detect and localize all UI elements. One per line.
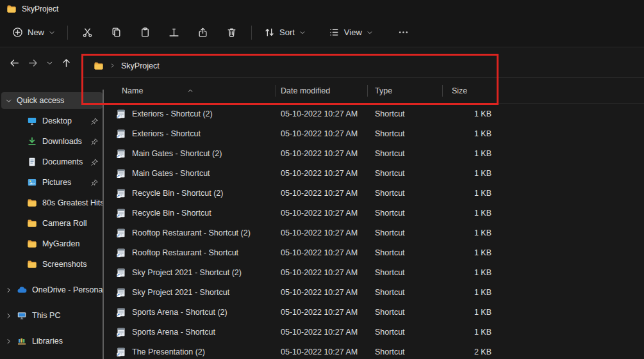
copy-icon [111,27,122,38]
recent-locations-button[interactable] [42,56,57,70]
sidebar-item-80s-greatest-hits[interactable]: 80s Greatest Hits [1,195,103,211]
table-row[interactable]: Sky Project 2021 - Shortcut (2) 05-10-20… [109,262,644,282]
view-button-label: View [344,28,362,37]
file-name: Sky Project 2021 - Shortcut (2) [132,268,242,277]
sidebar-item-label: Downloads [42,137,82,146]
address-bar[interactable]: SkyProject [83,54,644,78]
paste-button[interactable] [131,22,160,42]
column-divider[interactable] [367,85,368,97]
plus-circle-icon [12,27,23,38]
file-date-modified: 05-10-2022 10:27 AM [276,308,367,317]
column-header-label: Size [452,86,467,95]
chevron-down-icon [49,29,55,36]
file-type: Shortcut [367,209,442,218]
navigation-bar [0,47,83,78]
rename-button[interactable] [160,22,188,42]
table-row[interactable]: The Presentation (2) 05-10-2022 10:27 AM… [109,342,644,359]
rename-icon [169,27,179,38]
file-name: Recycle Bin - Shortcut (2) [132,189,223,198]
column-header-date-modified[interactable]: Date modified [276,86,367,95]
forward-button[interactable] [24,54,42,72]
ellipsis-icon [398,27,409,38]
table-row[interactable]: Recycle Bin - Shortcut 05-10-2022 10:27 … [109,203,644,223]
sidebar-item-label: Desktop [42,116,72,125]
shortcut-file-icon [116,347,126,357]
chevron-down-icon [299,29,306,36]
file-size: 1 KB [442,189,497,198]
file-date-modified: 05-10-2022 10:27 AM [276,228,367,237]
sidebar-item-mygarden[interactable]: MyGarden [1,235,103,252]
file-list: Name Date modified Type Size Exteriors -… [109,78,644,359]
file-type: Shortcut [367,129,442,138]
file-type: Shortcut [367,268,442,277]
sidebar-scrollbar[interactable] [103,90,104,359]
breadcrumb[interactable]: SkyProject [121,61,160,70]
shortcut-file-icon [116,208,126,218]
file-size: 1 KB [442,288,497,297]
file-type: Shortcut [367,169,442,178]
file-type: Shortcut [367,149,442,158]
table-row[interactable]: Sports Arena - Shortcut (2) 05-10-2022 1… [109,302,644,322]
file-date-modified: 05-10-2022 10:27 AM [276,169,367,178]
file-type: Shortcut [367,189,442,198]
view-button[interactable]: View [322,22,380,42]
pin-icon [90,117,99,125]
sort-button[interactable]: Sort [257,22,313,42]
desktop-icon [27,116,37,126]
file-explorer-window: SkyProject New Sort [0,0,644,359]
chevron-down-icon [46,60,53,67]
cut-button[interactable] [73,22,102,42]
sidebar-item-label: Camera Roll [42,219,87,228]
table-row[interactable]: Recycle Bin - Shortcut (2) 05-10-2022 10… [109,183,644,203]
toolbar-divider [67,26,68,40]
column-divider[interactable] [442,85,443,97]
table-row[interactable]: Exteriors - Shortcut 05-10-2022 10:27 AM… [109,124,644,143]
file-date-modified: 05-10-2022 10:27 AM [276,328,367,337]
file-name: Sky Project 2021 - Shortcut [132,288,229,297]
new-button[interactable]: New [5,22,62,42]
folder-icon [27,259,37,269]
sidebar-item-camera-roll[interactable]: Camera Roll [1,215,103,232]
sidebar-item-label: Screenshots [42,260,87,269]
sidebar-item-libraries[interactable]: Libraries [1,333,103,349]
back-button[interactable] [5,54,24,72]
table-row[interactable]: Exteriors - Shortcut (2) 05-10-2022 10:2… [109,104,644,124]
file-type: Shortcut [367,328,442,337]
sidebar-item-downloads[interactable]: Downloads [1,133,103,150]
sidebar-item-label: OneDrive - Personal [32,285,104,294]
sidebar-item-onedrive[interactable]: OneDrive - Personal [1,282,103,298]
table-row[interactable]: Rooftop Restaurant - Shortcut 05-10-2022… [109,243,644,262]
table-row[interactable]: Sports Arena - Shortcut 05-10-2022 10:27… [109,322,644,342]
sidebar-item-desktop[interactable]: Desktop [1,113,103,129]
up-button[interactable] [57,54,76,72]
sidebar-item-label: Libraries [32,337,63,346]
column-divider[interactable] [276,85,276,97]
sidebar-item-this-pc[interactable]: This PC [1,307,103,324]
delete-button[interactable] [217,22,246,42]
sidebar-item-quick-access[interactable]: Quick access [1,92,103,109]
table-row[interactable]: Main Gates - Shortcut (2) 05-10-2022 10:… [109,143,644,163]
pin-icon [90,158,99,166]
table-row[interactable]: Sky Project 2021 - Shortcut 05-10-2022 1… [109,282,644,302]
share-button[interactable] [188,22,217,42]
column-header-type[interactable]: Type [367,86,442,95]
column-header-name[interactable]: Name [109,86,276,95]
column-header-size[interactable]: Size [442,86,497,95]
sidebar-item-label: This PC [32,311,60,320]
copy-button[interactable] [102,22,131,42]
title-bar: SkyProject [0,0,644,18]
chevron-right-icon [5,312,12,319]
folder-icon [27,218,37,228]
shortcut-file-icon [116,267,126,278]
more-options-button[interactable] [389,22,418,42]
sidebar-item-documents[interactable]: Documents [1,154,103,170]
sort-arrows-icon [264,27,275,38]
sidebar-item-screenshots[interactable]: Screenshots [1,256,103,273]
up-arrow-icon [61,58,72,68]
table-row[interactable]: Main Gates - Shortcut 05-10-2022 10:27 A… [109,163,644,183]
file-name: Exteriors - Shortcut [132,129,201,138]
column-divider[interactable] [497,85,497,97]
table-row[interactable]: Rooftop Restaurant - Shortcut (2) 05-10-… [109,223,644,243]
sidebar-item-pictures[interactable]: Pictures [1,174,103,191]
file-date-modified: 05-10-2022 10:27 AM [276,149,367,158]
